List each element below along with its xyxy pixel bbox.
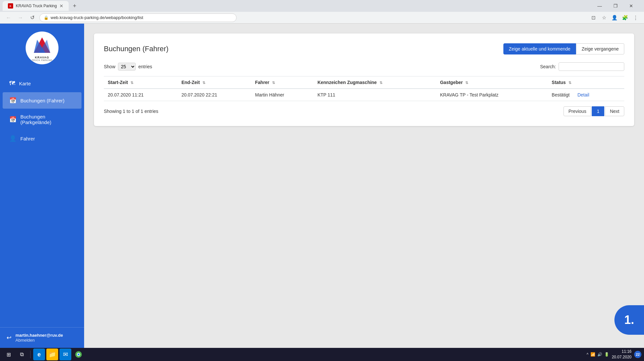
- volume-icon: 🔊: [597, 352, 602, 357]
- entries-label: entries: [138, 64, 152, 69]
- booking-card: Buchungen (Fahrer) Zeige aktuelle und ko…: [94, 33, 634, 126]
- footer-user-info: martin.haehner@ruv.de Abmelden: [15, 333, 63, 343]
- col-kennzeichen[interactable]: Kennzeichen Zugmaschine ⇅: [313, 76, 436, 89]
- task-view-button[interactable]: ⧉: [16, 349, 28, 360]
- show-entries: Show 25 10 50 100 entries: [104, 63, 152, 71]
- col-end-zeit[interactable]: End-Zeit ⇅: [177, 76, 251, 89]
- notification-badge[interactable]: 22: [634, 351, 641, 358]
- tab-title: KRAVAG Truck Parking: [16, 4, 57, 8]
- tray-icons: ^ 📶 🔊 🔋: [586, 352, 609, 357]
- close-button[interactable]: ✕: [624, 0, 639, 12]
- show-current-button[interactable]: Zeige aktuelle und kommende: [503, 43, 576, 54]
- refresh-button[interactable]: ↺: [28, 13, 37, 22]
- show-label: Show: [104, 64, 115, 69]
- logout-button[interactable]: Abmelden: [15, 338, 63, 343]
- show-past-button[interactable]: Zeige vergangene: [576, 43, 624, 54]
- sidebar-item-karte[interactable]: 🗺 Karte: [3, 75, 81, 92]
- sort-kennzeichen-icon: ⇅: [380, 81, 382, 85]
- browser-tools: ⊡ ☆ 👤 🧩 ⋮: [589, 13, 640, 22]
- col-kennzeichen-label: Kennzeichen Zugmaschine: [317, 80, 377, 85]
- logo-circle: KRAVAG TRUCK PARKING: [26, 32, 58, 64]
- main-content: Buchungen (Fahrer) Zeige aktuelle und ko…: [84, 24, 644, 348]
- table-row: 20.07.2020 11:21 20.07.2020 22:21 Martin…: [104, 89, 624, 101]
- taskbar-separator: [30, 350, 31, 358]
- taskbar: ⊞ ⧉ e 📁 ✉ ^ 📶 🔊 🔋 11:16 20.07.2020 22: [0, 348, 644, 361]
- taskbar-explorer[interactable]: 📁: [46, 349, 58, 360]
- showing-text: Showing 1 to 1 of 1 entries: [104, 109, 158, 114]
- start-button[interactable]: ⊞: [3, 349, 14, 360]
- taskbar-chrome[interactable]: [73, 349, 84, 360]
- table-controls: Show 25 10 50 100 entries Search:: [104, 62, 624, 71]
- sidebar: KRAVAG TRUCK PARKING 🗺 Karte 📅 Buchungen…: [0, 24, 84, 348]
- cell-kennzeichen: KTP 111: [313, 89, 436, 101]
- next-button[interactable]: Next: [605, 106, 624, 116]
- table-body: 20.07.2020 11:21 20.07.2020 22:21 Martin…: [104, 89, 624, 101]
- profile-icon[interactable]: 👤: [610, 13, 619, 22]
- sidebar-item-buchungen-fahrer[interactable]: 📅 Buchungen (Fahrer): [3, 92, 81, 109]
- karte-icon: 🗺: [9, 80, 15, 87]
- sidebar-item-buchungen-fahrer-label: Buchungen (Fahrer): [20, 98, 64, 103]
- status-text: Bestätigt: [552, 92, 569, 97]
- extension-icon[interactable]: 🧩: [620, 13, 630, 22]
- entries-select[interactable]: 25 10 50 100: [118, 63, 136, 71]
- detail-link[interactable]: Detail: [577, 92, 589, 97]
- cell-fahrer: Martin Hähner: [251, 89, 313, 101]
- col-end-zeit-label: End-Zeit: [181, 80, 200, 85]
- sidebar-item-fahrer[interactable]: 👤 Fahrer: [3, 130, 81, 147]
- browser-tab[interactable]: K KRAVAG Truck Parking ✕: [3, 1, 69, 11]
- col-start-zeit[interactable]: Start-Zeit ⇅: [104, 76, 177, 89]
- table-header-row: Start-Zeit ⇅ End-Zeit ⇅ Fahrer ⇅ Kennz: [104, 76, 624, 89]
- sort-start-zeit-icon: ⇅: [130, 81, 133, 85]
- svg-point-5: [78, 353, 80, 355]
- fahrer-icon: 👤: [9, 135, 16, 142]
- minimize-button[interactable]: —: [592, 0, 607, 12]
- cell-start-zeit: 20.07.2020 11:21: [104, 89, 177, 101]
- sidebar-item-buchungen-parkgelaende[interactable]: 📅 Buchungen (Parkgelände): [3, 109, 81, 130]
- task-view-icon: ⧉: [20, 351, 24, 357]
- forward-button[interactable]: →: [16, 13, 25, 22]
- sort-gastgeber-icon: ⇅: [465, 81, 468, 85]
- page-title: Buchungen (Fahrer): [104, 45, 169, 53]
- app-container: KRAVAG TRUCK PARKING 🗺 Karte 📅 Buchungen…: [0, 24, 644, 348]
- sidebar-item-buchungen-parkgelaende-label: Buchungen (Parkgelände): [20, 114, 75, 125]
- buchungen-fahrer-icon: 📅: [9, 97, 16, 104]
- bookmark-icon[interactable]: ☆: [599, 13, 609, 22]
- card-header: Buchungen (Fahrer) Zeige aktuelle und ko…: [104, 43, 624, 54]
- menu-icon[interactable]: ⋮: [631, 13, 640, 22]
- col-gastgeber[interactable]: Gastgeber ⇅: [436, 76, 548, 89]
- col-status[interactable]: Status ⇅: [548, 76, 624, 89]
- sort-status-icon: ⇅: [568, 81, 571, 85]
- previous-button[interactable]: Previous: [564, 106, 591, 116]
- logout-icon: ↩: [7, 334, 12, 341]
- col-fahrer[interactable]: Fahrer ⇅: [251, 76, 313, 89]
- table-footer: Showing 1 to 1 of 1 entries Previous 1 N…: [104, 106, 624, 116]
- browser-chrome: K KRAVAG Truck Parking ✕ + — ❐ ✕ ← → ↺ 🔒…: [0, 0, 644, 24]
- clock: 11:16 20.07.2020: [612, 349, 632, 360]
- cast-icon[interactable]: ⊡: [589, 13, 598, 22]
- logo-truck-text: TRUCK PARKING: [31, 59, 54, 61]
- search-input[interactable]: [559, 62, 624, 71]
- url-bar[interactable]: 🔒 web.kravag-truck-parking.de/webapp/boo…: [39, 13, 237, 22]
- cell-status: Bestätigt Detail: [548, 89, 624, 101]
- cell-gastgeber: KRAVAG TP - Test Parkplatz: [436, 89, 548, 101]
- lock-icon: 🔒: [44, 15, 49, 20]
- pagination: Previous 1 Next: [564, 106, 624, 116]
- floating-badge: 1.: [614, 305, 644, 335]
- page-1-button[interactable]: 1: [592, 106, 604, 116]
- back-button[interactable]: ←: [4, 13, 13, 22]
- tab-bar: K KRAVAG Truck Parking ✕ + — ❐ ✕: [0, 0, 644, 12]
- address-bar: ← → ↺ 🔒 web.kravag-truck-parking.de/weba…: [0, 12, 644, 23]
- col-fahrer-label: Fahrer: [255, 80, 269, 85]
- col-status-label: Status: [552, 80, 566, 85]
- search-box: Search:: [540, 62, 624, 71]
- taskbar-edge[interactable]: e: [33, 349, 45, 360]
- col-start-zeit-label: Start-Zeit: [108, 80, 128, 85]
- maximize-button[interactable]: ❐: [608, 0, 623, 12]
- taskbar-mail[interactable]: ✉: [59, 349, 71, 360]
- sort-end-zeit-icon: ⇅: [202, 81, 205, 85]
- new-tab-button[interactable]: +: [70, 1, 79, 11]
- logo-inner: KRAVAG TRUCK PARKING: [31, 35, 54, 61]
- buchungen-parkgelaende-icon: 📅: [9, 116, 16, 123]
- tab-close-button[interactable]: ✕: [59, 3, 63, 9]
- sidebar-item-fahrer-label: Fahrer: [20, 136, 35, 141]
